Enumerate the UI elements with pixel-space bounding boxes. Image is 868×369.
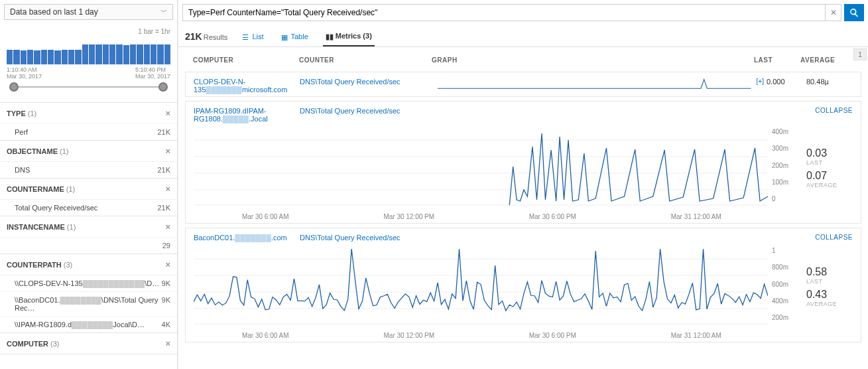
time-range-dropdown[interactable]: Data based on last 1 day ﹀ <box>4 4 173 20</box>
overview-bar[interactable] <box>130 44 136 64</box>
facet-header[interactable]: TYPE (1)× <box>0 103 177 123</box>
facet-header[interactable]: COMPUTER (3)× <box>0 333 177 354</box>
y-axis-labels: 400m300m200m100m0 <box>768 127 800 213</box>
overview-bar[interactable] <box>48 50 54 64</box>
slider-handle-left[interactable] <box>9 82 19 92</box>
stat-avg: 0.43 <box>806 289 853 301</box>
close-icon[interactable]: × <box>165 108 170 118</box>
overview-bars[interactable] <box>7 37 170 64</box>
overview-bar[interactable] <box>54 50 60 64</box>
overview-bar[interactable] <box>103 44 109 64</box>
facet-group: COUNTERNAME (1)×Total Query Received/sec… <box>0 179 177 216</box>
overview-bar[interactable] <box>27 50 33 64</box>
metric-panel: BaconDC01.▒▒▒▒▒▒▒.com DNS\Total Query Re… <box>185 228 861 342</box>
x-axis-labels: Mar 30 6:00 AMMar 30 12:00 PMMar 30 6:00… <box>194 332 853 339</box>
overview-bar[interactable] <box>164 44 170 64</box>
overview-bar[interactable] <box>75 50 81 64</box>
overview-bar[interactable] <box>95 44 101 64</box>
overview-bar[interactable] <box>62 50 68 64</box>
overview-start-time: 1:10:40 AM <box>7 66 42 73</box>
result-count: 21K <box>185 31 202 42</box>
counter-link[interactable]: DNS\Total Query Received/sec <box>300 78 432 86</box>
facet-header[interactable]: COUNTERNAME (1)× <box>0 179 177 199</box>
col-head-graph: GRAPH <box>432 56 754 64</box>
facet-item[interactable]: \\IPAM-RG1809.d▒▒▒▒▒▒▒▒Jocal\D…4K <box>0 316 177 332</box>
search-button[interactable] <box>844 4 864 21</box>
tab-metrics[interactable]: ▮▮Metrics (3) <box>323 27 375 46</box>
close-icon[interactable]: × <box>165 184 170 194</box>
facets-list: TYPE (1)×Perf21KOBJECTNAME (1)×DNS21KCOU… <box>0 102 177 369</box>
col-head-average: AVERAGE <box>800 56 853 64</box>
facet-header[interactable]: COUNTERPATH (3)× <box>0 254 177 275</box>
search-icon <box>849 8 859 17</box>
computer-link[interactable]: IPAM-RG1809.dIPAM-RG1808.▒▒▒▒▒.Jocal <box>194 107 300 123</box>
facet-item[interactable]: DNS21K <box>0 161 177 178</box>
line-chart[interactable] <box>194 127 768 213</box>
chevron-down-icon: ﹀ <box>160 7 167 17</box>
line-chart[interactable] <box>194 246 768 332</box>
overview-bar[interactable] <box>157 44 163 64</box>
search-input[interactable] <box>182 4 826 21</box>
counter-link[interactable]: DNS\Total Query Received/sec <box>300 234 432 242</box>
overview-bar[interactable] <box>123 45 129 64</box>
facet-group: OBJECTNAME (1)×DNS21K <box>0 141 177 179</box>
facet-header[interactable]: INSTANCENAME (1)× <box>0 216 177 237</box>
clear-search-button[interactable]: ✕ <box>826 4 841 21</box>
counter-link[interactable]: DNS\Total Query Received/sec <box>300 107 432 115</box>
avg-value: 80.48µ <box>806 78 853 86</box>
column-headers: COMPUTER COUNTER GRAPH LAST AVERAGE <box>184 50 863 68</box>
facet-group: COMPUTER (3)× <box>0 333 177 354</box>
view-tabs: 21KResults ☰List ▦Table ▮▮Metrics (3) <box>178 24 868 47</box>
col-head-last: LAST <box>754 56 800 64</box>
slider-handle-right[interactable] <box>158 82 168 92</box>
facet-item[interactable]: 29 <box>0 237 177 254</box>
facet-item[interactable]: Total Query Received/sec21K <box>0 199 177 216</box>
overview-bar[interactable] <box>34 50 40 64</box>
overview-bar[interactable] <box>116 44 122 64</box>
overview-legend: 1 bar = 1hr <box>7 27 170 37</box>
page-indicator[interactable]: 1 <box>853 48 867 60</box>
overview-bar[interactable] <box>151 44 156 64</box>
overview-bar[interactable] <box>137 44 143 64</box>
tab-list[interactable]: ☰List <box>239 27 266 46</box>
facet-item[interactable]: Perf21K <box>0 123 177 140</box>
computer-link[interactable]: BaconDC01.▒▒▒▒▒▒▒.com <box>194 234 300 242</box>
y-axis-labels: 1800m600m400m200m <box>768 246 800 332</box>
overview-bar[interactable] <box>144 44 150 64</box>
main-area: ✕ 21KResults ☰List ▦Table ▮▮Metrics (3) … <box>178 0 868 369</box>
overview-bar[interactable] <box>82 44 88 64</box>
computer-link[interactable]: CLOPS-DEV-N-135▒▒▒▒▒▒▒microsoft.com <box>194 78 300 94</box>
expand-button[interactable]: [+] <box>757 78 764 85</box>
time-slider[interactable] <box>9 81 168 93</box>
overview-bar[interactable] <box>7 50 13 64</box>
overview-bar[interactable] <box>89 44 95 64</box>
overview-bar[interactable] <box>68 50 74 64</box>
overview-end-date: Mar 30, 2017 <box>135 73 170 80</box>
close-icon[interactable]: × <box>165 259 170 269</box>
collapse-button[interactable]: COLLAPSE <box>815 107 853 114</box>
close-icon[interactable]: × <box>165 338 170 348</box>
stat-last: 0.03 <box>806 147 853 159</box>
facet-header[interactable]: OBJECTNAME (1)× <box>0 141 177 161</box>
col-head-counter: COUNTER <box>299 56 432 64</box>
close-icon[interactable]: × <box>165 222 170 232</box>
overview-end-time: 5:10:40 PM <box>135 66 170 73</box>
sparkline <box>438 78 751 90</box>
last-value: 0.000 <box>767 78 806 86</box>
close-icon[interactable]: × <box>165 146 170 156</box>
facet-group: TYPE (1)×Perf21K <box>0 103 177 141</box>
overview-bar[interactable] <box>41 50 47 64</box>
overview-bar[interactable] <box>109 44 115 64</box>
facet-item[interactable]: \\CLOPS-DEV-N-135▒▒▒▒▒▒▒▒▒▒▒▒\D…9K <box>0 275 177 291</box>
facet-item[interactable]: \\BaconDC01.▒▒▒▒▒▒▒▒\DNS\Total Query Rec… <box>0 291 177 316</box>
metric-panel: IPAM-RG1809.dIPAM-RG1808.▒▒▒▒▒.Jocal DNS… <box>185 101 861 224</box>
overview-histogram: 1 bar = 1hr 1:10:40 AM Mar 30, 2017 5:10… <box>0 24 177 102</box>
collapse-button[interactable]: COLLAPSE <box>815 234 853 241</box>
stats-box: 0.58 LAST 0.43 AVERAGE <box>800 246 853 332</box>
overview-bar[interactable] <box>13 50 19 64</box>
search-bar: ✕ <box>182 4 864 21</box>
overview-bar[interactable] <box>21 50 27 64</box>
stats-box: 0.03 LAST 0.07 AVERAGE <box>800 127 853 213</box>
col-head-computer: COMPUTER <box>193 56 299 64</box>
tab-table[interactable]: ▦Table <box>279 27 311 46</box>
